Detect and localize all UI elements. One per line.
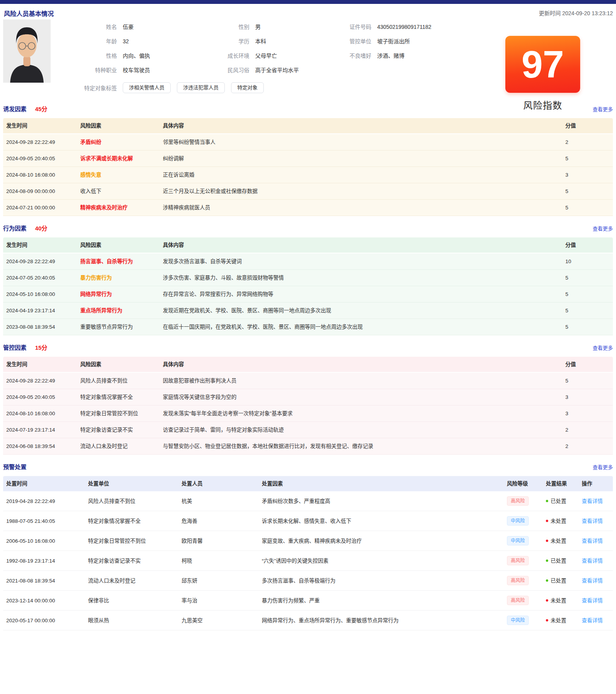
cell-person: 率与治 — [178, 591, 259, 611]
cell-action: 查看详情 — [579, 611, 613, 630]
cell-time: 2024-09-05 20:40:05 — [3, 150, 77, 167]
cell-risk-factor: 重点场所异常行为 — [77, 303, 160, 319]
cell-content: 发现多次扬言滋事、自杀等关键词 — [160, 253, 562, 270]
cell-time: 2024-07-21 00:00:00 — [3, 200, 77, 216]
col-header-time: 处置时间 — [3, 476, 85, 491]
field-upbringing: 成长环境父母早亡 — [218, 51, 349, 60]
cell-content: 因故意犯罪被作出刑事判决人员 — [160, 372, 562, 389]
tag-chip: 涉违法犯罪人员 — [177, 82, 225, 93]
table-row: 1992-08-19 23:17:14特定对象访查记录不实柯晓“六失”诱因中的关… — [3, 551, 613, 571]
view-detail-link[interactable]: 查看详情 — [582, 618, 603, 623]
field-value: 32 — [123, 37, 129, 46]
section-title: 预警处置 — [3, 464, 26, 470]
cell-time: 2024-09-28 22:22:49 — [3, 134, 77, 150]
result-status-dot — [546, 520, 548, 522]
table-row: 2021-08-08 18:39:54流动人口未及时登记邱东妍多次扬言滋事、自杀… — [3, 571, 613, 591]
cell-content: 发现近期在党政机关、学校、医院、景区、商圈等同一地点周边多次出现 — [160, 303, 562, 319]
cell-result: 未处置 — [543, 511, 579, 531]
view-detail-link[interactable]: 查看详情 — [582, 518, 603, 524]
cell-result: 已处置 — [543, 491, 579, 511]
control-factors-table: 发生时间 风险因素 具体内容 分值 2024-09-28 22:22:49风险人… — [3, 357, 613, 455]
cell-risk-level: 高风险 — [504, 551, 543, 571]
cell-factors: 多次扬言滋事、自杀等极端行为 — [259, 571, 504, 591]
cell-content: 邻里等纠纷警情当事人 — [160, 134, 562, 150]
col-header-time: 发生时间 — [3, 237, 77, 253]
cell-action: 查看详情 — [579, 591, 613, 611]
result-status-dot — [546, 540, 548, 542]
cell-score: 5 — [562, 270, 613, 286]
cell-risk-level: 中风险 — [504, 511, 543, 531]
field-gender: 性别男 — [218, 23, 349, 31]
view-detail-link[interactable]: 查看详情 — [582, 598, 603, 604]
cell-risk-level: 中风险 — [504, 531, 543, 551]
cell-score: 5 — [562, 372, 613, 389]
update-time: 更新时间 2024-09-20 13:23:12 — [539, 9, 613, 17]
col-header-score: 分值 — [562, 118, 613, 134]
col-header-action: 操作 — [579, 476, 613, 491]
cell-time: 2024-09-28 22:22:49 — [3, 372, 77, 389]
view-more-link[interactable]: 查看更多 — [593, 463, 613, 471]
result-status-dot — [546, 599, 548, 602]
cell-risk-factor: 特定对象访查记录不实 — [77, 422, 160, 438]
cell-risk-level: 中风险 — [504, 611, 543, 630]
section-score: 45分 — [35, 106, 48, 112]
table-row: 2006-05-10 16:08:00特定对象日常管控不到位欧阳青馨家庭变故、重… — [3, 531, 613, 551]
field-id-number: 证件号码430502199809171182 — [349, 23, 468, 31]
field-local-customs: 民风习俗高于全省平均水平 — [218, 66, 349, 74]
cell-person: 邱东妍 — [178, 571, 259, 591]
cell-score: 5 — [562, 319, 613, 335]
cell-unit: 眼须从热 — [85, 611, 178, 630]
section-score: 40分 — [35, 225, 48, 232]
section-title: 行为因素 — [3, 225, 26, 232]
view-detail-link[interactable]: 查看详情 — [582, 558, 603, 564]
table-row: 2024-06-08 18:39:54流动人口未及时登记与智慧安防小区、物业登记… — [3, 438, 613, 455]
view-more-link[interactable]: 查看更多 — [593, 225, 613, 232]
cell-time: 2024-08-10 16:08:00 — [3, 405, 77, 422]
cell-risk-factor: 流动人口未及时登记 — [77, 438, 160, 455]
cell-time: 2023-08-08 18:39:54 — [3, 319, 77, 335]
view-detail-link[interactable]: 查看详情 — [582, 498, 603, 504]
col-header-risk-level: 风险等级 — [504, 476, 543, 491]
top-navy-bar — [0, 0, 616, 4]
col-header-content: 具体内容 — [160, 118, 562, 134]
alert-disposal-table: 处置时间 处置单位 处置人员 处置因素 风险等级 处置结果 操作 2019-04… — [3, 476, 613, 630]
cell-risk-level: 高风险 — [504, 571, 543, 591]
view-detail-link[interactable]: 查看详情 — [582, 578, 603, 584]
col-header-content: 具体内容 — [160, 237, 562, 253]
result-status-text: 未处置 — [551, 598, 567, 604]
cell-time: 2024-07-19 23:17:14 — [3, 422, 77, 438]
cell-score: 5 — [562, 150, 613, 167]
result-status-text: 未处置 — [551, 618, 567, 623]
tag-chip: 涉相关警情人员 — [123, 82, 171, 93]
cell-content: 在临近十一国庆期间，在党政机关、学校、医院、景区、商圈等同一地点周边多次出现 — [160, 319, 562, 335]
cell-time: 2024-08-10 16:08:00 — [3, 167, 77, 183]
table-row: 2024-07-05 20:40:05暴力伤害行为涉多次伤害、家庭暴力、斗殴、故… — [3, 270, 613, 286]
result-status-dot — [546, 619, 548, 621]
field-value: 父母早亡 — [255, 51, 277, 60]
cell-time: 2024-09-05 20:40:05 — [3, 389, 77, 405]
view-detail-link[interactable]: 查看详情 — [582, 538, 603, 544]
field-value: 430502199809171182 — [377, 23, 431, 31]
field-label: 性格 — [70, 51, 117, 60]
cell-content: 发现未落实“每半年全面走访考察一次特定对象”基本要求 — [160, 405, 562, 422]
field-name: 姓名伍豪 — [70, 23, 218, 31]
risk-level-badge: 高风险 — [507, 496, 529, 506]
cell-content: 涉多次伤害、家庭暴力、斗殴、故意损毁财物等警情 — [160, 270, 562, 286]
view-more-link[interactable]: 查看更多 — [593, 344, 613, 351]
section-score: 15分 — [35, 344, 48, 351]
cell-content: 纠纷调解 — [160, 150, 562, 167]
cell-risk-factor: 重要敏感节点异常行为 — [77, 319, 160, 335]
cell-content: 访查记录过于简单、雷同，与特定对象实际活动轨迹 — [160, 422, 562, 438]
view-more-link[interactable]: 查看更多 — [593, 105, 613, 113]
field-label: 姓名 — [70, 23, 117, 31]
table-row: 2020-05-17 00:00:00眼须从热九思美空网络异常行为、重点场所异常… — [3, 611, 613, 630]
cell-unit: 风险人员排查不到位 — [85, 491, 178, 511]
cell-risk-factor: 特定对象日常管控不到位 — [77, 405, 160, 422]
person-avatar-icon — [3, 19, 51, 83]
field-label: 民风习俗 — [218, 66, 249, 74]
col-header-factors: 处置因素 — [259, 476, 504, 491]
cell-score: 2 — [562, 134, 613, 150]
cell-person: 危海善 — [178, 511, 259, 531]
risk-score-value: 97 — [521, 45, 564, 83]
cell-score: 5 — [562, 183, 613, 200]
